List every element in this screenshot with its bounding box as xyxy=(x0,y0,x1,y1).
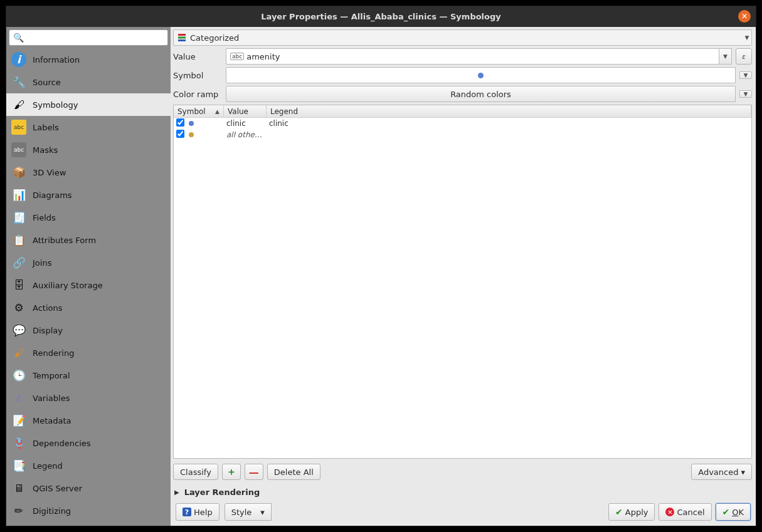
color-ramp-label: Color ramp xyxy=(173,90,222,99)
sidebar-item-joins[interactable]: Joins xyxy=(6,251,171,274)
sidebar-item-label: Actions xyxy=(33,303,63,313)
symbol-dropdown-button[interactable]: ▼ xyxy=(739,71,752,79)
sidebar-item-actions[interactable]: Actions xyxy=(6,296,171,319)
layer-rendering-label: Layer Rendering xyxy=(184,488,260,497)
layer-rendering-expander[interactable]: ▶ Layer Rendering xyxy=(173,485,752,499)
style-button[interactable]: Style ▾ xyxy=(225,503,272,521)
value-field-dropdown-button[interactable]: ▼ xyxy=(719,48,732,65)
sidebar-item-qgis[interactable]: QGIS Server xyxy=(6,477,171,499)
value-field-text: amenity xyxy=(246,52,280,61)
sidebar-item-label: Information xyxy=(33,55,80,65)
search-input[interactable] xyxy=(9,29,168,46)
sidebar-item-fields[interactable]: Fields xyxy=(6,206,171,229)
add-category-button[interactable]: ＋ xyxy=(222,464,241,480)
sidebar-item-attrform[interactable]: Attributes Form xyxy=(6,229,171,251)
sidebar-item-variables[interactable]: Variables xyxy=(6,387,171,409)
sidebar-item-legend[interactable]: Legend xyxy=(6,454,171,477)
close-icon: ✕ xyxy=(741,12,748,21)
color-ramp-text: Random colors xyxy=(450,90,511,99)
table-row[interactable]: all othe… xyxy=(174,129,751,140)
classify-button[interactable]: Classify xyxy=(173,464,218,480)
value-field-combo[interactable]: abc amenity xyxy=(226,48,719,65)
renderer-type-label: Categorized xyxy=(189,33,743,43)
sidebar-item-source[interactable]: Source xyxy=(6,71,171,93)
chevron-down-icon: ▼ xyxy=(741,72,750,78)
symbol-dot-icon xyxy=(478,73,484,78)
value-field-label: Value xyxy=(173,52,222,61)
sidebar-item-3dview[interactable]: 3D View xyxy=(6,161,171,184)
sidebar-item-labels[interactable]: abcLabels xyxy=(6,116,171,138)
symbology-content: Categorized ▼ Value abc amenity ▼ ε xyxy=(171,27,756,499)
chevron-down-icon: ▾ xyxy=(741,467,745,477)
triangle-right-icon: ▶ xyxy=(174,489,179,496)
sidebar-item-label: Variables xyxy=(33,394,70,403)
sidebar-item-diagrams[interactable]: Diagrams xyxy=(6,184,171,206)
cancel-icon: ✕ xyxy=(665,508,674,516)
sidebar-item-digitizing[interactable]: Digitizing xyxy=(6,499,171,522)
ok-icon: ✔ xyxy=(722,507,730,517)
layer-properties-window: Layer Properties — Allis_Ababa_clinics —… xyxy=(6,6,756,526)
category-value: all othe… xyxy=(224,130,267,139)
ok-button[interactable]: ✔ OK xyxy=(716,503,751,521)
sidebar-item-label: Fields xyxy=(33,213,56,222)
renderer-type-combo[interactable]: Categorized ▼ xyxy=(173,29,752,46)
sidebar-item-label: Joins xyxy=(33,258,51,268)
expression-button[interactable]: ε xyxy=(736,48,752,65)
digitizing-icon xyxy=(10,502,28,519)
titlebar[interactable]: Layer Properties — Allis_Ababa_clinics —… xyxy=(6,6,756,27)
sidebar-item-temporal[interactable]: Temporal xyxy=(6,364,171,387)
header-symbol[interactable]: Symbol ▲ xyxy=(174,105,224,117)
minus-icon: — xyxy=(249,466,259,478)
sidebar-item-display[interactable]: Display xyxy=(6,319,171,342)
header-legend[interactable]: Legend xyxy=(267,105,751,117)
3d-icon xyxy=(10,164,28,181)
sidebar-item-label: 3D View xyxy=(33,168,66,177)
color-ramp-button[interactable]: Random colors xyxy=(226,86,736,102)
variables-icon xyxy=(10,389,28,407)
table-header: Symbol ▲ Value Legend xyxy=(174,105,751,118)
display-icon xyxy=(10,321,28,339)
apply-button[interactable]: ✔ Apply xyxy=(608,503,655,521)
category-visibility-checkbox[interactable] xyxy=(176,118,184,127)
diagrams-icon xyxy=(10,186,28,204)
dialog-body: 🔍 iInformationSourceSymbologyabcLabelsab… xyxy=(6,27,756,526)
chevron-down-icon: ▼ xyxy=(721,53,730,60)
sidebar-item-information[interactable]: iInformation xyxy=(6,48,171,71)
sort-asc-icon: ▲ xyxy=(215,108,220,115)
dialog-footer: ? Help Style ▾ ✔ Apply ✕ Ca xyxy=(171,499,756,526)
sidebar-item-aux[interactable]: Auxiliary Storage xyxy=(6,274,171,296)
category-visibility-checkbox[interactable] xyxy=(176,130,184,138)
info-icon: i xyxy=(10,51,28,68)
qgis-icon xyxy=(10,479,28,497)
sidebar-item-label: Rendering xyxy=(33,348,74,358)
advanced-button[interactable]: Advanced ▾ xyxy=(691,464,752,480)
metadata-icon xyxy=(10,412,28,429)
fields-icon xyxy=(10,209,28,226)
rendering-icon xyxy=(10,344,28,362)
sidebar-item-rendering[interactable]: Rendering xyxy=(6,342,171,364)
table-row[interactable]: clinicclinic xyxy=(174,118,751,129)
categorized-icon xyxy=(174,33,189,42)
window-close-button[interactable]: ✕ xyxy=(738,10,751,23)
sidebar-item-masks[interactable]: abcMasks xyxy=(6,138,171,161)
cancel-button[interactable]: ✕ Cancel xyxy=(659,503,711,521)
svg-rect-2 xyxy=(178,39,186,41)
help-button[interactable]: ? Help xyxy=(176,503,220,521)
symbology-icon xyxy=(10,96,28,113)
header-value[interactable]: Value xyxy=(224,105,267,117)
delete-all-button[interactable]: Delete All xyxy=(267,464,320,480)
svg-rect-0 xyxy=(178,34,186,36)
actions-icon xyxy=(10,299,28,316)
symbol-preview-button[interactable] xyxy=(226,67,736,83)
color-ramp-dropdown-button[interactable]: ▼ xyxy=(739,90,752,98)
source-icon xyxy=(10,73,28,91)
text-type-icon: abc xyxy=(230,53,244,60)
sidebar-item-label: Dependencies xyxy=(33,439,91,448)
sidebar-item-symbology[interactable]: Symbology xyxy=(6,93,171,116)
remove-category-button[interactable]: — xyxy=(245,464,263,480)
symbol-label: Symbol xyxy=(173,71,222,80)
sidebar-item-metadata[interactable]: Metadata xyxy=(6,409,171,432)
labels-icon: abc xyxy=(10,118,28,136)
sidebar-item-label: Digitizing xyxy=(33,506,71,516)
sidebar-item-dependencies[interactable]: Dependencies xyxy=(6,432,171,454)
